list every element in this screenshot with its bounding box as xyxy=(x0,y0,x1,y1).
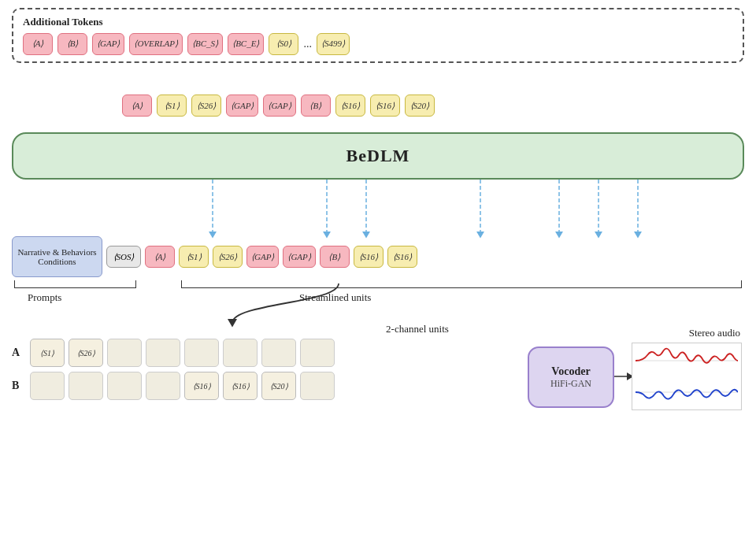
bracket-prompts xyxy=(14,280,136,288)
narrative-label: Narrative & BehaviorsConditions xyxy=(17,247,96,266)
bracket-streamlined xyxy=(181,280,742,288)
sos-token: ⟨SOS⟩ xyxy=(106,246,141,268)
narrative-conditions-box: Narrative & BehaviorsConditions xyxy=(12,236,102,277)
unit-b-1 xyxy=(30,372,65,400)
output-token-GAP2: ⟨GAP⟩ xyxy=(283,246,315,268)
vocoder-label: Vocoder xyxy=(551,365,590,378)
token-S0-additional: ⟨S0⟩ xyxy=(269,33,298,55)
input-token-GAP2: ⟨GAP⟩ xyxy=(263,94,295,117)
unit-a-4 xyxy=(146,339,180,367)
token-GAP-additional: ⟨GAP⟩ xyxy=(92,33,124,55)
prompts-label: Prompts xyxy=(28,291,61,304)
streamlined-label: Streamlined units xyxy=(299,291,371,304)
token-BCS-additional: ⟨BC_S⟩ xyxy=(187,33,223,55)
audio-waveform-box xyxy=(632,343,742,410)
diagram-container: Additional Tokens ⟨A⟩ ⟨B⟩ ⟨GAP⟩ ⟨OVERLAP… xyxy=(0,0,756,541)
channel-a-letter: A xyxy=(12,346,26,359)
unit-a-5 xyxy=(184,339,219,367)
additional-tokens-label: Additional Tokens xyxy=(23,16,733,28)
output-token-S1: ⟨S1⟩ xyxy=(179,246,209,268)
token-S499-additional: ⟨S499⟩ xyxy=(317,33,350,55)
unit-b-2 xyxy=(69,372,103,400)
output-token-S16b: ⟨S16⟩ xyxy=(387,246,417,268)
vocoder-sub: HiFi-GAN xyxy=(550,378,591,390)
unit-a-6 xyxy=(223,339,258,367)
unit-a-s26: ⟨S26⟩ xyxy=(69,339,103,367)
channel-b-letter: B xyxy=(12,380,26,392)
bedlm-label: BeDLM xyxy=(346,146,410,166)
input-token-S26: ⟨S26⟩ xyxy=(191,94,221,117)
unit-b-8 xyxy=(300,372,335,400)
two-channel-label: 2-channel units xyxy=(91,323,744,335)
additional-tokens-section: Additional Tokens ⟨A⟩ ⟨B⟩ ⟨GAP⟩ ⟨OVERLAP… xyxy=(12,8,744,63)
input-token-GAP1: ⟨GAP⟩ xyxy=(226,94,258,117)
additional-tokens-row: ⟨A⟩ ⟨B⟩ ⟨GAP⟩ ⟨OVERLAP⟩ ⟨BC_S⟩ ⟨BC_E⟩ ⟨S… xyxy=(23,33,733,55)
input-token-S16a: ⟨S16⟩ xyxy=(335,94,365,117)
token-BCE-additional: ⟨BC_E⟩ xyxy=(228,33,264,55)
output-token-A: ⟨A⟩ xyxy=(145,246,175,268)
output-token-S16a: ⟨S16⟩ xyxy=(354,246,384,268)
input-token-S1: ⟨S1⟩ xyxy=(157,94,187,117)
input-token-S20: ⟨S20⟩ xyxy=(405,94,435,117)
waveform-blue-svg xyxy=(636,379,738,406)
vocoder-box: Vocoder HiFi-GAN xyxy=(528,346,614,408)
input-tokens-row: ⟨A⟩ ⟨S1⟩ ⟨S26⟩ ⟨GAP⟩ ⟨GAP⟩ ⟨B⟩ ⟨S16⟩ ⟨S1… xyxy=(12,94,744,117)
unit-a-3 xyxy=(107,339,142,367)
unit-a-s1: ⟨S1⟩ xyxy=(30,339,65,367)
unit-b-s16a: ⟨S16⟩ xyxy=(184,372,219,400)
unit-b-3 xyxy=(107,372,142,400)
ellipsis-additional: ... xyxy=(303,38,312,50)
input-token-B: ⟨B⟩ xyxy=(301,94,331,117)
output-token-S26: ⟨S26⟩ xyxy=(213,246,243,268)
waveform-red-svg xyxy=(636,347,738,374)
token-OVERLAP-additional: ⟨OVERLAP⟩ xyxy=(129,33,183,55)
unit-a-7 xyxy=(261,339,296,367)
token-B-additional: ⟨B⟩ xyxy=(57,33,87,55)
output-row: Narrative & BehaviorsConditions ⟨SOS⟩ ⟨A… xyxy=(12,236,744,277)
unit-a-8 xyxy=(300,339,335,367)
output-token-GAP1: ⟨GAP⟩ xyxy=(246,246,279,268)
bedlm-box: BeDLM xyxy=(12,132,744,180)
unit-b-s20: ⟨S20⟩ xyxy=(261,372,296,400)
unit-b-4 xyxy=(146,372,180,400)
stereo-label: Stereo audio xyxy=(689,327,740,339)
unit-b-s16b: ⟨S16⟩ xyxy=(223,372,258,400)
token-A-additional: ⟨A⟩ xyxy=(23,33,53,55)
input-token-A: ⟨A⟩ xyxy=(122,94,152,117)
output-token-B: ⟨B⟩ xyxy=(320,246,350,268)
input-token-S16b: ⟨S16⟩ xyxy=(370,94,400,117)
